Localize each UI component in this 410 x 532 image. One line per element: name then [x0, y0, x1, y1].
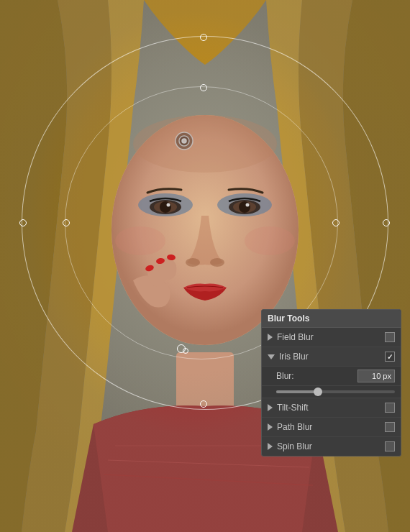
blur-slider-row: [262, 386, 401, 398]
blur-slider-thumb[interactable]: [314, 387, 322, 396]
field-blur-label: Field Blur: [277, 332, 385, 342]
spin-blur-expand-icon: [268, 443, 273, 450]
svg-point-29: [182, 139, 186, 143]
control-point-bottom[interactable]: [200, 400, 207, 408]
blur-amount-label: Blur:: [276, 371, 296, 381]
control-point-inner-top[interactable]: [200, 84, 207, 91]
iris-blur-label: Iris Blur: [279, 352, 385, 362]
tilt-shift-expand-icon: [268, 404, 273, 411]
panel-title: Blur Tools: [262, 310, 401, 328]
control-point-inner-left[interactable]: [63, 219, 70, 226]
field-blur-checkbox[interactable]: [385, 332, 395, 342]
panel-title-text: Blur Tools: [268, 313, 309, 324]
tilt-shift-checkbox[interactable]: [385, 403, 395, 413]
blur-slider-track[interactable]: [276, 390, 395, 393]
path-blur-checkbox[interactable]: [385, 422, 395, 432]
spin-blur-label: Spin Blur: [277, 441, 385, 451]
iris-blur-checkbox[interactable]: [385, 352, 395, 362]
iris-blur-section: Iris Blur Blur:: [262, 347, 401, 398]
spin-blur-item[interactable]: Spin Blur: [262, 437, 401, 456]
blur-value-input[interactable]: [357, 370, 395, 382]
control-point-right[interactable]: [383, 219, 390, 226]
center-control-bullseye[interactable]: [175, 132, 193, 150]
field-blur-expand-icon: [268, 334, 273, 341]
control-point-top[interactable]: [200, 34, 207, 41]
control-point-left[interactable]: [19, 219, 27, 226]
bottom-center-control[interactable]: [183, 348, 188, 354]
path-blur-label: Path Blur: [277, 422, 385, 432]
spin-blur-checkbox[interactable]: [385, 441, 395, 451]
blur-control-row: Blur:: [262, 367, 401, 386]
blur-tools-panel: Blur Tools Field Blur Iris Blur Blur: Ti…: [261, 309, 401, 457]
blur-slider-fill: [276, 390, 318, 393]
tilt-shift-item[interactable]: Tilt-Shift: [262, 398, 401, 418]
tilt-shift-label: Tilt-Shift: [277, 403, 385, 413]
iris-blur-item[interactable]: Iris Blur: [262, 347, 401, 367]
path-blur-expand-icon: [268, 423, 273, 431]
path-blur-item[interactable]: Path Blur: [262, 418, 401, 437]
control-point-inner-right[interactable]: [332, 219, 340, 226]
field-blur-item[interactable]: Field Blur: [262, 328, 401, 347]
iris-blur-expand-icon: [268, 354, 275, 359]
